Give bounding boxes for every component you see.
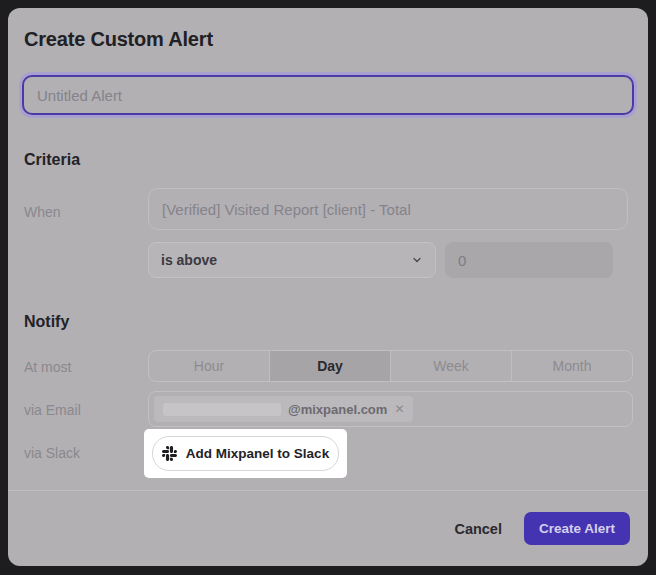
dialog-footer: Cancel Create Alert <box>8 491 648 566</box>
frequency-option-week[interactable]: Week <box>390 351 511 381</box>
dimmed-overlay-background: Create Custom Alert Criteria When is abo… <box>0 0 656 575</box>
dialog-title: Create Custom Alert <box>24 28 213 51</box>
remove-email-icon[interactable]: ✕ <box>394 403 404 415</box>
notify-heading: Notify <box>24 313 69 331</box>
condition-select[interactable]: is above <box>148 242 436 278</box>
email-domain-text: @mixpanel.com <box>288 402 387 417</box>
chevron-down-icon <box>411 254 423 266</box>
create-alert-button[interactable]: Create Alert <box>524 512 630 545</box>
threshold-value-input[interactable] <box>445 242 613 278</box>
tour-spotlight: Add Mixpanel to Slack <box>144 429 347 478</box>
via-slack-label: via Slack <box>24 445 80 461</box>
alert-name-input[interactable] <box>22 75 634 115</box>
via-email-label: via Email <box>24 402 81 418</box>
frequency-segmented-control: Hour Day Week Month <box>148 350 633 382</box>
slack-button-label: Add Mixpanel to Slack <box>186 446 329 461</box>
event-selector-input[interactable] <box>148 188 628 230</box>
frequency-option-month[interactable]: Month <box>511 351 632 381</box>
frequency-option-day[interactable]: Day <box>269 351 390 381</box>
frequency-option-hour[interactable]: Hour <box>149 351 269 381</box>
create-custom-alert-dialog: Create Custom Alert Criteria When is abo… <box>8 8 648 566</box>
cancel-button[interactable]: Cancel <box>450 515 506 543</box>
at-most-label: At most <box>24 359 71 375</box>
when-label: When <box>24 204 61 220</box>
redacted-email-username <box>163 403 281 416</box>
add-mixpanel-to-slack-button[interactable]: Add Mixpanel to Slack <box>152 436 339 471</box>
criteria-heading: Criteria <box>24 151 80 169</box>
email-recipients-input[interactable]: @mixpanel.com ✕ <box>148 391 633 427</box>
slack-icon <box>162 446 177 461</box>
condition-select-value: is above <box>161 252 217 268</box>
email-recipient-chip: @mixpanel.com ✕ <box>154 396 413 422</box>
